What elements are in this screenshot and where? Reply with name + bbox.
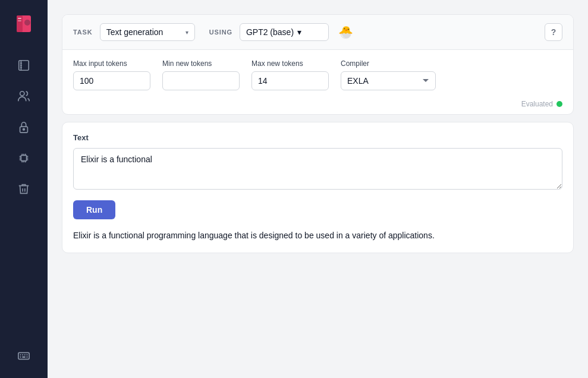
model-select-chevron: ▾ (297, 27, 301, 37)
task-select-chevron: ▾ (185, 29, 188, 36)
max-new-tokens-label: Max new tokens (251, 59, 329, 68)
task-select[interactable]: Text generation ▾ (100, 23, 195, 41)
svg-rect-2 (18, 18, 21, 19)
evaluated-row: Evaluated (62, 100, 573, 114)
text-card: Text Elixir is a functional Run Elixir i… (62, 122, 574, 253)
sidebar (0, 0, 48, 378)
text-input[interactable]: Elixir is a functional (73, 148, 562, 190)
sidebar-item-models[interactable] (11, 145, 37, 171)
sidebar-item-trash[interactable] (11, 176, 37, 202)
sidebar-item-users[interactable] (11, 83, 37, 109)
text-section-label: Text (73, 133, 562, 142)
compiler-label: Compiler (341, 59, 436, 68)
using-label: USING (209, 29, 232, 36)
help-button[interactable]: ? (545, 23, 562, 41)
task-bar: TASK Text generation ▾ USING GPT2 (base)… (62, 15, 573, 50)
params-row: Max input tokens Min new tokens Max new … (62, 50, 573, 100)
result-text: Elixir is a functional programming langu… (73, 229, 562, 242)
min-new-tokens-input[interactable] (162, 71, 240, 90)
min-new-tokens-label: Min new tokens (162, 59, 240, 68)
app-logo (10, 10, 38, 38)
max-new-tokens-group: Max new tokens (251, 59, 329, 90)
model-emoji: 🐣 (338, 25, 353, 39)
evaluated-dot (556, 101, 562, 107)
run-button[interactable]: Run (73, 200, 115, 219)
max-input-tokens-input[interactable] (73, 71, 150, 90)
svg-point-10 (20, 92, 24, 96)
evaluated-text: Evaluated (521, 100, 553, 108)
compiler-select[interactable]: EXLA Default None (341, 71, 436, 90)
compiler-group: Compiler EXLA Default None (341, 59, 436, 90)
svg-rect-13 (21, 155, 26, 160)
max-input-tokens-group: Max input tokens (73, 59, 150, 90)
svg-rect-26 (18, 352, 29, 359)
sidebar-item-security[interactable] (11, 114, 37, 140)
min-new-tokens-group: Min new tokens (162, 59, 240, 90)
task-label: TASK (73, 29, 93, 36)
svg-rect-3 (18, 20, 21, 21)
task-select-value: Text generation (106, 27, 163, 37)
model-select-value: GPT2 (base) (246, 27, 294, 37)
svg-point-4 (24, 20, 30, 26)
sidebar-item-keyboard[interactable] (11, 342, 37, 368)
model-select[interactable]: GPT2 (base) ▾ (240, 23, 329, 41)
max-input-tokens-label: Max input tokens (73, 59, 150, 68)
svg-point-12 (23, 128, 25, 130)
config-card: TASK Text generation ▾ USING GPT2 (base)… (62, 14, 574, 115)
main-content: TASK Text generation ▾ USING GPT2 (base)… (48, 0, 588, 378)
max-new-tokens-input[interactable] (251, 71, 329, 90)
sidebar-item-notebook[interactable] (11, 52, 37, 78)
